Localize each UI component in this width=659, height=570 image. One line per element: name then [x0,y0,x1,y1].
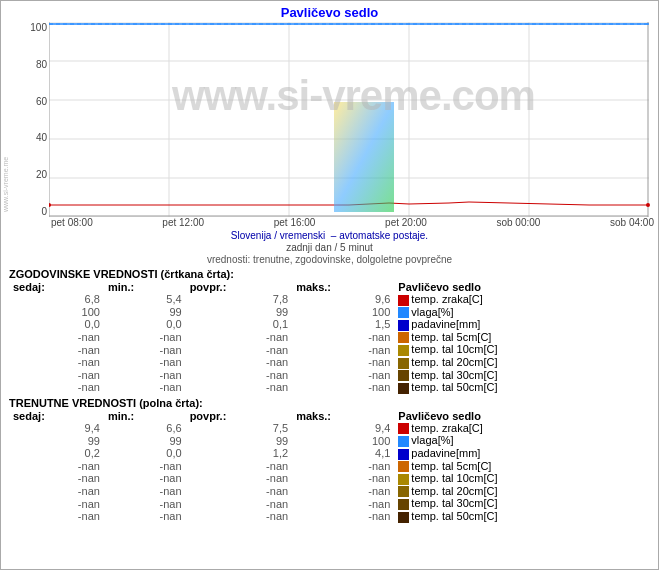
historic-color-4 [398,345,409,356]
current-maks-1: 100 [292,434,394,447]
current-label-2: padavine[mm] [394,447,650,460]
historic-povpr-6: -nan [186,369,293,382]
current-row-1: 99 99 99 100 vlaga[%] [9,434,650,447]
x-label-3: pet 20:00 [385,217,427,228]
historic-header-sedaj: sedaj: [9,281,104,293]
historic-min-1: 99 [104,306,186,319]
current-min-2: 0,0 [104,447,186,460]
chart-svg-area: www.si-vreme.com [49,22,658,217]
historic-label-6: temp. tal 30cm[C] [394,369,650,382]
historic-maks-3: -nan [292,331,394,344]
historic-povpr-2: 0,1 [186,318,293,331]
current-row-2: 0,2 0,0 1,2 4,1 padavine[mm] [9,447,650,460]
current-header-station: Pavličevo sedlo [394,410,650,422]
x-label-4: sob 00:00 [496,217,540,228]
historic-label-7: temp. tal 50cm[C] [394,381,650,394]
historic-maks-7: -nan [292,381,394,394]
historic-maks-0: 9,6 [292,293,394,306]
historic-min-4: -nan [104,343,186,356]
historic-povpr-5: -nan [186,356,293,369]
historic-row-6: -nan -nan -nan -nan temp. tal 30cm[C] [9,369,650,382]
historic-min-2: 0,0 [104,318,186,331]
historic-label-0: temp. zraka[C] [394,293,650,306]
current-min-5: -nan [104,485,186,498]
current-row-3: -nan -nan -nan -nan temp. tal 5cm[C] [9,460,650,473]
current-maks-0: 9,4 [292,422,394,435]
chart-svg [49,22,658,217]
current-header-maks: maks.: [292,410,394,422]
historic-label-1: vlaga[%] [394,306,650,319]
y-label-20: 20 [36,169,47,180]
historic-color-0 [398,295,409,306]
y-label-80: 80 [36,59,47,70]
historic-povpr-0: 7,8 [186,293,293,306]
x-label-1: pet 12:00 [162,217,204,228]
historic-maks-5: -nan [292,356,394,369]
current-povpr-4: -nan [186,472,293,485]
current-sedaj-1: 99 [9,434,104,447]
historic-min-0: 5,4 [104,293,186,306]
x-axis-labels: pet 08:00 pet 12:00 pet 16:00 pet 20:00 … [51,217,654,229]
current-label-0: temp. zraka[C] [394,422,650,435]
current-header-povpr: povpr.: [186,410,293,422]
current-color-1 [398,436,409,447]
historic-povpr-1: 99 [186,306,293,319]
current-maks-7: -nan [292,510,394,523]
historic-header-station: Pavličevo sedlo [394,281,650,293]
current-min-6: -nan [104,497,186,510]
historic-maks-6: -nan [292,369,394,382]
current-sedaj-0: 9,4 [9,422,104,435]
historic-sedaj-6: -nan [9,369,104,382]
historic-color-3 [398,332,409,343]
historic-row-1: 100 99 99 100 vlaga[%] [9,306,650,319]
current-row-7: -nan -nan -nan -nan temp. tal 50cm[C] [9,510,650,523]
historic-header-min: min.: [104,281,186,293]
current-maks-3: -nan [292,460,394,473]
historic-label-3: temp. tal 5cm[C] [394,331,650,344]
historic-row-4: -nan -nan -nan -nan temp. tal 10cm[C] [9,343,650,356]
historic-row-0: 6,8 5,4 7,8 9,6 temp. zraka[C] [9,293,650,306]
current-min-1: 99 [104,434,186,447]
historic-header-maks: maks.: [292,281,394,293]
x-label-0: pet 08:00 [51,217,93,228]
historic-povpr-3: -nan [186,331,293,344]
sidebar-watermark: www.si-vreme.me [2,32,18,212]
historic-min-3: -nan [104,331,186,344]
current-color-7 [398,512,409,523]
historic-maks-4: -nan [292,343,394,356]
current-label-1: vlaga[%] [394,434,650,447]
current-maks-5: -nan [292,485,394,498]
historic-povpr-7: -nan [186,381,293,394]
current-row-6: -nan -nan -nan -nan temp. tal 30cm[C] [9,497,650,510]
y-axis: 100 80 60 40 20 0 [21,22,49,217]
current-row-5: -nan -nan -nan -nan temp. tal 20cm[C] [9,485,650,498]
sidebar-watermark-area: www.si-vreme.me [1,22,21,217]
x-label-5: sob 04:00 [610,217,654,228]
historic-min-5: -nan [104,356,186,369]
historic-label-4: temp. tal 10cm[C] [394,343,650,356]
y-label-100: 100 [30,22,47,33]
current-row-4: -nan -nan -nan -nan temp. tal 10cm[C] [9,472,650,485]
current-label-3: temp. tal 5cm[C] [394,460,650,473]
current-povpr-7: -nan [186,510,293,523]
current-sedaj-3: -nan [9,460,104,473]
current-color-3 [398,461,409,472]
y-label-0: 0 [41,206,47,217]
current-min-7: -nan [104,510,186,523]
current-povpr-2: 1,2 [186,447,293,460]
current-color-5 [398,486,409,497]
historic-sedaj-0: 6,8 [9,293,104,306]
y-label-60: 60 [36,96,47,107]
chart-row: www.si-vreme.me 100 80 60 40 20 0 [1,22,658,217]
historic-row-3: -nan -nan -nan -nan temp. tal 5cm[C] [9,331,650,344]
current-povpr-5: -nan [186,485,293,498]
current-label-5: temp. tal 20cm[C] [394,485,650,498]
current-sedaj-2: 0,2 [9,447,104,460]
current-povpr-3: -nan [186,460,293,473]
historic-color-2 [398,320,409,331]
current-color-4 [398,474,409,485]
svg-point-14 [49,203,51,207]
historic-title: ZGODOVINSKE VREDNOSTI (črtkana črta): [9,268,650,280]
current-maks-2: 4,1 [292,447,394,460]
historic-row-2: 0,0 0,0 0,1 1,5 padavine[mm] [9,318,650,331]
